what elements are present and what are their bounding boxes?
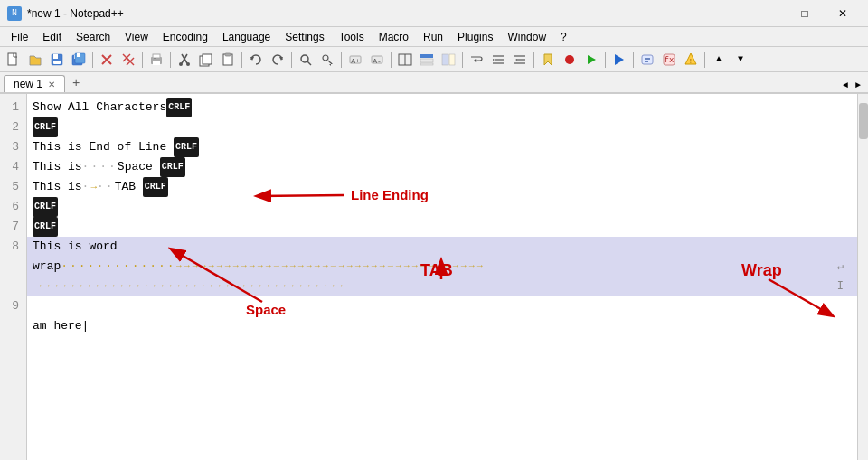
line-num-3: 3 [4, 137, 19, 157]
tb-replace[interactable] [317, 50, 337, 70]
code-line-7: CRLF [27, 217, 857, 237]
toolbar-separator-2 [142, 52, 143, 68]
tab-next-button[interactable]: ► [852, 79, 864, 92]
tb-paste[interactable] [218, 50, 238, 70]
menu-help[interactable]: ? [553, 29, 574, 45]
scroll-indicator: ↵ [837, 257, 844, 277]
window-controls: — □ ✕ [749, 5, 861, 23]
tb-new[interactable] [4, 50, 24, 70]
tab-bar: new 1 ✕ + ◄ ► [0, 72, 868, 94]
menu-window[interactable]: Window [500, 29, 553, 45]
tb-macro-play[interactable] [581, 50, 601, 70]
menu-run[interactable]: Run [416, 29, 450, 45]
line-num-2: 2 [4, 117, 19, 137]
tab-new1[interactable]: new 1 ✕ [4, 75, 65, 92]
svg-text:fx: fx [665, 56, 675, 65]
tb-extra1[interactable] [637, 50, 657, 70]
svg-rect-42 [449, 54, 455, 65]
toolbar-separator-5 [291, 52, 292, 68]
tb-print[interactable] [146, 50, 166, 70]
title-bar: N *new 1 - Notepad++ — □ ✕ [0, 0, 868, 27]
tb-undo[interactable] [246, 50, 266, 70]
code-line-6: CRLF [27, 197, 857, 217]
dot-5b: ·· [97, 180, 115, 193]
menu-macro[interactable]: Macro [372, 29, 416, 45]
code-line-8: This is word [27, 237, 857, 257]
svg-marker-54 [615, 54, 624, 65]
menu-file[interactable]: File [4, 29, 35, 45]
tb-zoom-out[interactable]: A- [367, 50, 387, 70]
tb-up[interactable]: ▲ [709, 50, 729, 70]
code-line-wrap-cont: →→→→→→→→→→→→→→→→→→→→→→→→→→→→→→→→→→→→→→ I [27, 277, 857, 296]
tb-view1[interactable] [395, 50, 415, 70]
code-line-5: This is·→··TAB CRLF [27, 177, 857, 197]
tb-indent[interactable] [488, 50, 508, 70]
wrap-dots: ············· [61, 257, 175, 277]
svg-marker-51 [544, 54, 552, 65]
line-num-1: 1 [4, 98, 19, 117]
menu-encoding[interactable]: Encoding [156, 29, 215, 45]
tb-view3[interactable] [439, 50, 458, 70]
line-num-8: 8 [4, 237, 19, 257]
editor-content[interactable]: Show All CharactersCRLF CRLF This is End… [27, 94, 857, 460]
tb-save[interactable] [47, 50, 67, 70]
crlf-badge-5: CRLF [143, 177, 168, 197]
vertical-scrollbar[interactable] [857, 94, 868, 460]
maximize-button[interactable]: □ [787, 5, 823, 23]
svg-rect-23 [203, 54, 212, 64]
menu-search[interactable]: Search [69, 29, 118, 45]
menu-language[interactable]: Language [215, 29, 278, 45]
menu-edit[interactable]: Edit [35, 29, 69, 45]
svg-rect-16 [153, 61, 160, 65]
menu-tools[interactable]: Tools [332, 29, 372, 45]
tb-cut[interactable] [175, 50, 194, 70]
tb-open[interactable] [25, 50, 45, 70]
tb-view2[interactable] [417, 50, 437, 70]
svg-point-30 [323, 55, 328, 61]
toolbar-separator-11 [633, 52, 634, 68]
svg-line-31 [328, 61, 331, 63]
tb-copy[interactable] [196, 50, 216, 70]
crlf-badge-2: CRLF [33, 117, 58, 137]
menu-settings[interactable]: Settings [278, 29, 331, 45]
menu-plugins[interactable]: Plugins [450, 29, 500, 45]
svg-rect-55 [642, 55, 653, 64]
toolbar-separator-12 [704, 52, 705, 68]
tb-run[interactable] [609, 50, 629, 70]
tb-bookmark[interactable] [538, 50, 558, 70]
svg-point-20 [179, 62, 183, 66]
tb-wrap[interactable] [467, 50, 486, 70]
code-line-1: Show All CharactersCRLF [27, 98, 857, 117]
crlf-badge-4: CRLF [160, 157, 185, 177]
tab-prev-button[interactable]: ◄ [839, 79, 852, 92]
scrollbar-thumb[interactable] [859, 103, 868, 139]
tb-saveall[interactable] [69, 50, 89, 70]
tab-close-button[interactable]: ✕ [48, 80, 55, 89]
toolbar-separator-7 [391, 52, 392, 68]
svg-text:!: ! [689, 57, 693, 65]
svg-rect-40 [420, 63, 433, 65]
menu-view[interactable]: View [118, 29, 156, 45]
minimize-button[interactable]: — [749, 5, 785, 23]
close-button[interactable]: ✕ [825, 5, 861, 23]
tb-extra3[interactable]: ! [681, 50, 701, 70]
svg-rect-3 [53, 61, 61, 64]
tb-close[interactable] [97, 50, 117, 70]
tb-closeall[interactable] [118, 50, 138, 70]
tb-down[interactable]: ▼ [731, 50, 750, 70]
crlf-badge-1: CRLF [166, 98, 192, 117]
tb-macro-rec[interactable] [560, 50, 580, 70]
tb-find[interactable] [296, 50, 316, 70]
tab-add-button[interactable]: + [65, 74, 87, 92]
tb-unindent[interactable] [510, 50, 530, 70]
tb-zoom-in[interactable]: A+ [345, 50, 365, 70]
toolbar-separator-4 [241, 52, 242, 68]
tb-redo[interactable] [268, 50, 288, 70]
code-line-empty [27, 296, 857, 316]
line-num-9 [4, 257, 19, 277]
toolbar: A+ A- fx ! ▲ ▼ [0, 47, 868, 72]
tb-extra2[interactable]: fx [659, 50, 679, 70]
toolbar-separator-3 [170, 52, 171, 68]
svg-rect-0 [8, 53, 16, 65]
crlf-badge-6: CRLF [33, 197, 58, 217]
